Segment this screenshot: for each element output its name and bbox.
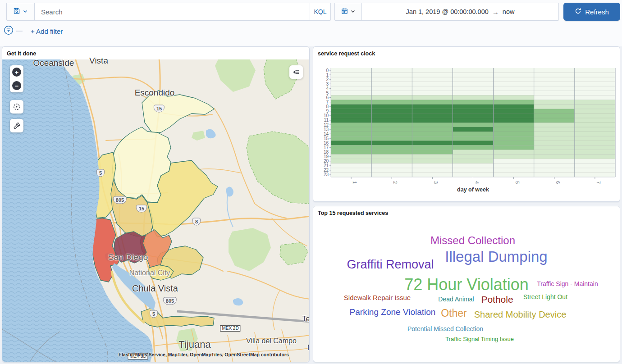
heatmap-cell[interactable] xyxy=(371,82,412,86)
heatmap-cell[interactable] xyxy=(331,100,371,105)
tag-word[interactable]: Graffiti Removal xyxy=(347,258,434,272)
heatmap-cell[interactable] xyxy=(575,136,615,141)
heatmap-cell[interactable] xyxy=(534,127,575,132)
heatmap-cell[interactable] xyxy=(575,155,615,159)
heatmap-cell[interactable] xyxy=(494,123,534,127)
heatmap-cell[interactable] xyxy=(412,145,453,150)
heatmap-cell[interactable] xyxy=(412,136,453,141)
heatmap-cell[interactable] xyxy=(371,155,412,159)
heatmap-cell[interactable] xyxy=(371,91,412,95)
heatmap-cell[interactable] xyxy=(371,145,412,150)
heatmap-cell[interactable] xyxy=(331,109,371,114)
heatmap-cell[interactable] xyxy=(371,173,412,177)
heatmap-cell[interactable] xyxy=(534,77,575,82)
heatmap-cell[interactable] xyxy=(331,118,371,123)
heatmap-cell[interactable] xyxy=(575,127,615,132)
heatmap-cell[interactable] xyxy=(494,150,534,155)
heatmap-cell[interactable] xyxy=(575,173,615,177)
heatmap-cell[interactable] xyxy=(575,82,615,86)
tools-button[interactable] xyxy=(10,119,23,132)
heatmap-cell[interactable] xyxy=(494,100,534,105)
add-filter-button[interactable]: + Add filter xyxy=(31,27,63,35)
heatmap-cell[interactable] xyxy=(494,132,534,136)
heatmap-cell[interactable] xyxy=(534,132,575,136)
heatmap-cell[interactable] xyxy=(494,114,534,118)
heatmap-cell[interactable] xyxy=(494,96,534,100)
heatmap-cell[interactable] xyxy=(534,136,575,141)
tag-word[interactable]: Dead Animal xyxy=(438,296,474,303)
map-canvas[interactable]: OceansideVistaEscondidoSan DiegoNational… xyxy=(2,59,310,362)
heatmap-cell[interactable] xyxy=(534,150,575,155)
heatmap-cell[interactable] xyxy=(371,73,412,77)
heatmap-cell[interactable] xyxy=(371,96,412,100)
calendar-button[interactable] xyxy=(335,3,362,20)
heatmap-cell[interactable] xyxy=(494,105,534,109)
heatmap-cell[interactable] xyxy=(412,109,453,114)
heatmap-cell[interactable] xyxy=(453,141,493,145)
heatmap-cell[interactable] xyxy=(412,68,453,73)
tag-word[interactable]: Pothole xyxy=(481,294,513,305)
heatmap-cell[interactable] xyxy=(412,123,453,127)
heatmap-cell[interactable] xyxy=(371,136,412,141)
heatmap-cell[interactable] xyxy=(494,91,534,95)
heatmap-cell[interactable] xyxy=(331,86,371,91)
heatmap-cell[interactable] xyxy=(331,136,371,141)
heatmap-cell[interactable] xyxy=(412,100,453,105)
heatmap-cell[interactable] xyxy=(453,100,493,105)
heatmap-cell[interactable] xyxy=(575,123,615,127)
heatmap-cell[interactable] xyxy=(575,77,615,82)
heatmap-cell[interactable] xyxy=(331,96,371,100)
heatmap-cell[interactable] xyxy=(575,109,615,114)
heatmap-cell[interactable] xyxy=(412,168,453,173)
heatmap-cell[interactable] xyxy=(534,68,575,73)
heatmap-cell[interactable] xyxy=(575,168,615,173)
heatmap-cell[interactable] xyxy=(371,168,412,173)
heatmap-cell[interactable] xyxy=(494,141,534,145)
heatmap-cell[interactable] xyxy=(412,96,453,100)
tag-word[interactable]: Other xyxy=(441,307,467,319)
tag-word[interactable]: Missed Collection xyxy=(430,234,515,247)
heatmap-cell[interactable] xyxy=(331,132,371,136)
heatmap-cell[interactable] xyxy=(371,132,412,136)
heatmap-cell[interactable] xyxy=(534,145,575,150)
filter-icon[interactable] xyxy=(4,25,14,37)
heatmap-cell[interactable] xyxy=(412,132,453,136)
heatmap-cell[interactable] xyxy=(453,68,493,73)
heatmap-cell[interactable] xyxy=(494,145,534,150)
heatmap-cell[interactable] xyxy=(453,105,493,109)
heatmap-cell[interactable] xyxy=(412,164,453,168)
heatmap-cell[interactable] xyxy=(494,82,534,86)
map-attribution[interactable]: Elastic Maps Service, MapTiler, OpenMapT… xyxy=(119,352,289,357)
heatmap-cell[interactable] xyxy=(494,109,534,114)
heatmap-cell[interactable] xyxy=(331,164,371,168)
heatmap-cell[interactable] xyxy=(534,86,575,91)
tag-word[interactable]: Street Light Out xyxy=(523,293,567,300)
heatmap-cell[interactable] xyxy=(412,105,453,109)
heatmap-cell[interactable] xyxy=(371,77,412,82)
heatmap-cell[interactable] xyxy=(412,77,453,82)
heatmap-cell[interactable] xyxy=(453,145,493,150)
heatmap-cell[interactable] xyxy=(453,155,493,159)
heatmap-cell[interactable] xyxy=(453,114,493,118)
heatmap-cell[interactable] xyxy=(494,68,534,73)
heatmap-cell[interactable] xyxy=(331,68,371,73)
tag-word[interactable]: Sidewalk Repair Issue xyxy=(344,294,411,301)
heatmap-cell[interactable] xyxy=(494,127,534,132)
heatmap-cell[interactable] xyxy=(575,118,615,123)
kql-toggle-button[interactable]: KQL xyxy=(310,3,330,20)
heatmap-cell[interactable] xyxy=(575,73,615,77)
heatmap-cell[interactable] xyxy=(534,109,575,114)
heatmap-cell[interactable] xyxy=(534,168,575,173)
heatmap-cell[interactable] xyxy=(453,164,493,168)
refresh-button[interactable]: Refresh xyxy=(563,3,620,21)
heatmap-cell[interactable] xyxy=(494,159,534,164)
heatmap-cell[interactable] xyxy=(534,96,575,100)
tag-word[interactable]: Shared Mobility Device xyxy=(474,309,567,320)
zoom-in-button[interactable]: + xyxy=(10,65,23,79)
heatmap-cell[interactable] xyxy=(412,141,453,145)
heatmap-cell[interactable] xyxy=(575,96,615,100)
heatmap-cell[interactable] xyxy=(575,68,615,73)
heatmap-cell[interactable] xyxy=(575,91,615,95)
heatmap-cell[interactable] xyxy=(371,109,412,114)
heatmap-cell[interactable] xyxy=(453,159,493,164)
